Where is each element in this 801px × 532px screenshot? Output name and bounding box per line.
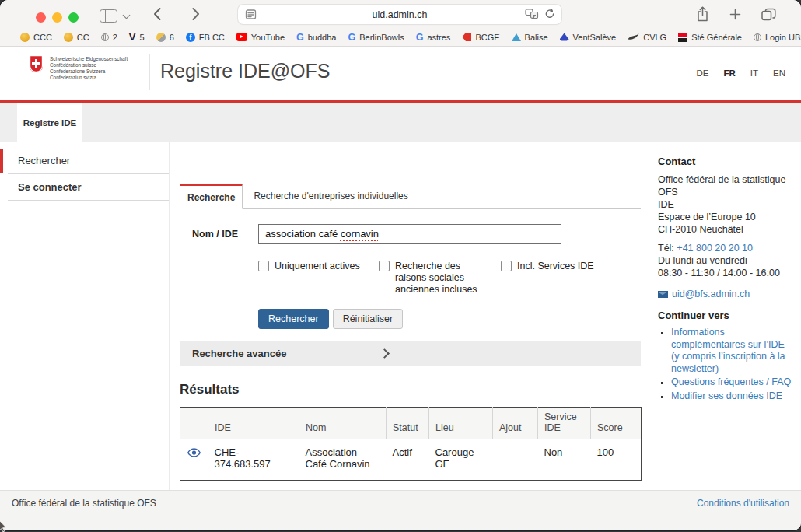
bookmark-item[interactable]: YouTube <box>236 33 285 42</box>
link-modifier-donnees[interactable]: Modifier ses données IDE <box>671 390 782 401</box>
sidebar-item-rechercher[interactable]: Rechercher <box>8 148 169 174</box>
contact-sidebar: Contact Office fédéral de la statistique… <box>658 142 792 490</box>
page-footer: Office fédéral de la statistique OFS Con… <box>0 490 801 530</box>
checkbox-row: Uniquement actives Recherche des raisons… <box>258 261 641 296</box>
browser-chrome: uid.admin.ch <box>0 0 801 47</box>
bookmark-item[interactable]: BCGE <box>462 33 499 42</box>
bookmark-item[interactable]: Balise <box>512 33 548 42</box>
col-ajout: Ajout <box>493 408 538 439</box>
bookmark-item[interactable]: Gastres <box>416 33 451 42</box>
cell-score: 100 <box>591 439 642 481</box>
continue-links: Informations complémentaires sur l’IDE (… <box>658 327 792 402</box>
sidebar-toggle-icon[interactable] <box>100 9 117 23</box>
socgen-icon <box>678 33 687 42</box>
address-bar[interactable]: uid.admin.ch <box>238 5 561 24</box>
results-table: IDE Nom Statut Lieu Ajout Service IDE Sc… <box>180 407 642 481</box>
new-tab-icon[interactable] <box>729 9 741 23</box>
lang-de[interactable]: DE <box>696 68 708 78</box>
results-title: Résultats <box>180 382 641 397</box>
list-item: Modifier ses données IDE <box>671 390 792 403</box>
google-icon: G <box>348 33 355 42</box>
checkbox-incl-services-ide[interactable]: Incl. Services IDE <box>501 261 594 296</box>
sidebar-item-se-connecter[interactable]: Se connecter <box>8 174 169 201</box>
bookmark-item[interactable]: 2 <box>101 33 117 42</box>
minimize-window-icon[interactable] <box>52 12 62 23</box>
swiss-shield-icon <box>30 55 43 72</box>
mouse-cursor <box>0 520 8 532</box>
lang-en[interactable]: EN <box>773 68 785 78</box>
bookmark-item[interactable]: Gbuddha <box>296 33 336 42</box>
continue-title: Continuer vers <box>658 310 792 321</box>
tab-overview-icon[interactable] <box>761 8 776 24</box>
misspelled-word: cornavin <box>341 228 379 240</box>
tab-registre-ide[interactable]: Registre IDE <box>17 103 82 142</box>
forward-icon[interactable] <box>191 7 201 24</box>
tab-recherche-entreprises-individuelles[interactable]: Recherche d'entreprises individuelles <box>243 184 418 208</box>
contact-title: Contact <box>658 156 792 167</box>
search-button[interactable]: Rechercher <box>258 309 329 329</box>
bookmark-item[interactable]: 6 <box>156 33 174 42</box>
lang-it[interactable]: IT <box>750 68 758 78</box>
link-questions-frequentes[interactable]: Questions fréquentes / FAQ <box>671 376 791 387</box>
bookmark-item[interactable]: GBerlinBowls <box>348 33 404 42</box>
checkbox-icon[interactable] <box>501 261 512 271</box>
table-row: CHE-374.683.597 Association Café Cornavi… <box>180 439 642 481</box>
contact-email: uid@bfs.admin.ch <box>658 289 792 299</box>
bookmark-item[interactable]: fFB CC <box>186 33 225 42</box>
conditions-link[interactable]: Conditions d'utilisation <box>697 498 789 530</box>
checkbox-raisons-sociales-anciennes[interactable]: Recherche des raisons sociales anciennes… <box>379 261 501 296</box>
email-link[interactable]: uid@bfs.admin.ch <box>672 289 750 299</box>
button-row: Rechercher Réinitialiser <box>258 309 641 329</box>
link-informations-complementaires[interactable]: Informations complémentaires sur l’IDE (… <box>671 327 785 374</box>
browser-window: uid.admin.ch <box>0 0 801 530</box>
chevron-down-icon[interactable] <box>123 12 131 19</box>
page-title: Registre IDE@OFS <box>160 60 330 82</box>
col-service-ide: Service IDE <box>538 408 591 439</box>
globe-icon <box>754 33 761 41</box>
back-icon[interactable] <box>152 7 162 24</box>
reload-icon[interactable] <box>544 9 555 23</box>
header-divider <box>149 54 150 90</box>
checkbox-icon[interactable] <box>258 261 269 271</box>
lang-fr[interactable]: FR <box>723 68 735 78</box>
close-window-icon[interactable] <box>36 12 46 23</box>
mountain-icon <box>560 33 569 41</box>
name-ide-input[interactable]: association café cornavin <box>258 224 561 244</box>
bookmark-item[interactable]: Sté Générale <box>678 33 742 42</box>
checkbox-uniquement-actives[interactable]: Uniquement actives <box>258 261 379 296</box>
tab-recherche[interactable]: Recherche <box>180 184 243 209</box>
bookmark-item[interactable]: CC <box>64 33 89 42</box>
translate-icon[interactable] <box>525 9 539 23</box>
fullscreen-window-icon[interactable] <box>68 12 79 23</box>
bookmark-item[interactable]: V5 <box>129 33 145 42</box>
share-icon[interactable] <box>696 6 709 25</box>
col-lieu: Lieu <box>429 408 493 439</box>
reader-view-icon[interactable] <box>245 9 257 23</box>
search-tabs: Recherche Recherche d'entreprises indivi… <box>180 184 641 209</box>
swoosh-icon <box>628 32 639 43</box>
list-item: Questions fréquentes / FAQ <box>671 376 792 389</box>
app-tab-band: Registre IDE <box>0 103 801 142</box>
cell-nom: Association Café Cornavin <box>299 439 387 481</box>
col-view <box>180 408 208 439</box>
site-header: Schweizerische Eidgenossenschaft Confédé… <box>0 47 801 100</box>
content-column: Recherche Recherche d'entreprises indivi… <box>180 142 641 490</box>
v-letter-icon: V <box>129 33 136 42</box>
swiss-confederation-logo[interactable]: Schweizerische Eidgenossenschaft Confédé… <box>30 55 128 81</box>
advanced-search-expander[interactable]: Recherche avancée <box>180 341 641 366</box>
facebook-icon: f <box>186 33 195 42</box>
eye-icon <box>187 448 201 457</box>
bookmark-item[interactable]: CCC <box>20 33 52 42</box>
phone-link[interactable]: +41 800 20 20 10 <box>677 243 753 254</box>
left-navigation: Rechercher Se connecter <box>0 142 170 490</box>
bookmark-item[interactable]: VentSalève <box>560 33 617 42</box>
view-details-button[interactable] <box>180 439 208 481</box>
traffic-lights <box>36 12 79 23</box>
bookmark-item[interactable]: Login UBS <box>754 33 801 42</box>
reset-button[interactable]: Réinitialiser <box>333 309 404 329</box>
bookmark-item[interactable]: CVLG <box>628 32 666 43</box>
cell-statut: Actif <box>387 439 429 481</box>
cell-ajout <box>493 439 538 481</box>
main-area: Rechercher Se connecter Recherche Recher… <box>0 142 801 490</box>
checkbox-icon[interactable] <box>379 261 390 271</box>
